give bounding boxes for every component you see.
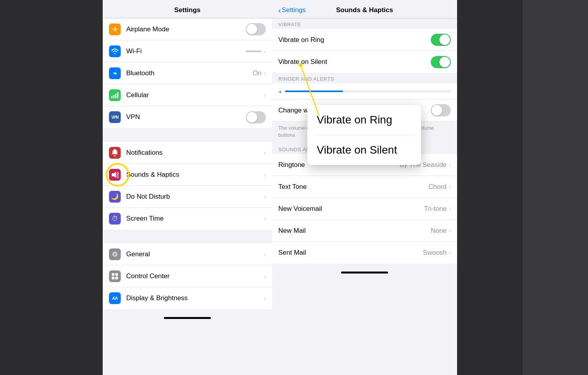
sounds-haptics-label: Sounds & Haptics (126, 171, 264, 179)
do-not-disturb-icon: 🌙 (109, 191, 121, 203)
vibrate-on-ring-label: Vibrate on Ring (278, 36, 431, 44)
sounds-patterns-group: Ringtone By The Seaside › Text Tone Chor… (272, 154, 457, 264)
volume-section: ◂ (272, 83, 457, 100)
popup-box: Vibrate on Ring Vibrate on Silent (307, 105, 421, 165)
notifications-icon (109, 147, 121, 159)
bottom-area (103, 309, 272, 322)
sounds-haptics-chevron: › (264, 172, 266, 178)
vibrate-section-label: VIBRATE (272, 18, 457, 29)
vibrate-on-ring-toggle[interactable] (431, 34, 451, 46)
settings-row-notifications[interactable]: Notifications › (103, 142, 272, 164)
sounds-bottom-area (272, 264, 457, 277)
control-center-chevron: › (264, 273, 266, 279)
svg-rect-7 (112, 277, 114, 279)
svg-rect-2 (115, 94, 116, 98)
vpn-icon: VPN (109, 111, 121, 123)
wifi-icon (109, 45, 121, 57)
screen-time-icon: ⏱ (109, 213, 121, 225)
settings-row-airplane-mode[interactable]: ✈ Airplane Mode (103, 18, 272, 40)
settings-row-bluetooth[interactable]: ⌁ Bluetooth On › (103, 62, 272, 84)
back-button[interactable]: ‹ Settings (278, 6, 306, 15)
control-center-label: Control Center (126, 272, 264, 280)
separator-1 (103, 128, 272, 142)
sent-mail-value: Swoosh (423, 249, 446, 257)
settings-group-display: ⚙ General › Control Center › (103, 243, 272, 309)
new-mail-label: New Mail (278, 227, 431, 235)
vibrate-on-ring-row[interactable]: Vibrate on Ring (272, 29, 457, 51)
volume-slider[interactable] (285, 91, 451, 92)
screen-time-chevron: › (264, 216, 266, 222)
new-voicemail-label: New Voicemail (278, 205, 424, 213)
settings-row-cellular[interactable]: Cellular › (103, 84, 272, 106)
popup-item-vibrate-ring: Vibrate on Ring (307, 105, 421, 135)
bluetooth-value: On (253, 69, 262, 77)
settings-panel: Settings ✈ Airplane Mode Wi-Fi (103, 0, 272, 375)
svg-rect-0 (111, 96, 113, 98)
bluetooth-chevron: › (264, 70, 266, 76)
settings-row-general[interactable]: ⚙ General › (103, 243, 272, 265)
sounds-list: VIBRATE Vibrate on Ring Vibrate on Silen… (272, 18, 457, 375)
general-label: General (126, 250, 264, 258)
wifi-status-bars (246, 51, 261, 52)
settings-header: Settings (103, 0, 272, 18)
svg-rect-3 (117, 92, 118, 98)
vpn-toggle[interactable] (246, 111, 266, 123)
settings-row-sounds-haptics[interactable]: Sounds & Haptics › (103, 164, 272, 186)
vibrate-on-silent-toggle[interactable] (431, 56, 451, 68)
new-mail-value: None (431, 227, 447, 235)
display-brightness-chevron: › (264, 295, 266, 301)
screen-time-label: Screen Time (126, 215, 264, 223)
new-voicemail-row[interactable]: New Voicemail Tri-tone › (272, 198, 457, 220)
settings-row-screen-time[interactable]: ⏱ Screen Time › (103, 208, 272, 230)
notifications-label: Notifications (126, 149, 264, 157)
ringer-section-label: RINGER AND ALERTS (272, 73, 457, 83)
change-with-buttons-toggle[interactable] (431, 104, 451, 116)
new-voicemail-chevron: › (449, 206, 451, 212)
left-dark-panel (0, 0, 103, 375)
sent-mail-row[interactable]: Sent Mail Swoosh › (272, 242, 457, 264)
general-icon: ⚙ (109, 248, 121, 260)
svg-rect-1 (113, 95, 114, 98)
bluetooth-label: Bluetooth (126, 69, 253, 77)
text-tone-chevron: › (449, 184, 451, 190)
volume-fill (285, 91, 343, 92)
settings-list: ✈ Airplane Mode Wi-Fi › (103, 18, 272, 375)
new-mail-chevron: › (449, 228, 451, 234)
text-tone-row[interactable]: Text Tone Chord › (272, 176, 457, 198)
new-mail-row[interactable]: New Mail None › (272, 220, 457, 242)
airplane-mode-label: Airplane Mode (126, 25, 246, 33)
vibrate-group: Vibrate on Ring Vibrate on Silent (272, 29, 457, 73)
right-dark-panel (457, 0, 523, 375)
airplane-mode-toggle[interactable] (246, 23, 266, 35)
settings-row-do-not-disturb[interactable]: 🌙 Do Not Disturb › (103, 186, 272, 208)
settings-title: Settings (174, 6, 200, 14)
settings-row-vpn[interactable]: VPN VPN (103, 106, 272, 128)
sounds-panel: ‹ Settings Sounds & Haptics VIBRATE Vibr… (272, 0, 457, 375)
home-indicator (164, 317, 211, 319)
settings-row-control-center[interactable]: Control Center › (103, 265, 272, 287)
bluetooth-icon: ⌁ (109, 67, 121, 79)
cellular-chevron: › (264, 92, 266, 98)
control-center-icon (109, 270, 121, 282)
wifi-chevron: › (264, 48, 266, 54)
airplane-icon: ✈ (109, 24, 121, 35)
svg-marker-4 (112, 172, 116, 178)
vpn-label: VPN (126, 113, 246, 121)
ringtone-chevron: › (449, 162, 451, 168)
do-not-disturb-chevron: › (264, 194, 266, 200)
popup-item-vibrate-silent: Vibrate on Silent (307, 135, 421, 165)
display-brightness-label: Display & Brightness (126, 294, 264, 302)
sent-mail-label: Sent Mail (278, 249, 423, 257)
text-tone-value: Chord (428, 183, 446, 191)
settings-row-wifi[interactable]: Wi-Fi › (103, 40, 272, 62)
display-brightness-icon: AA (109, 292, 121, 304)
do-not-disturb-label: Do Not Disturb (126, 193, 264, 201)
vibrate-on-silent-label: Vibrate on Silent (278, 58, 431, 66)
settings-row-display-brightness[interactable]: AA Display & Brightness › (103, 287, 272, 309)
general-chevron: › (264, 251, 266, 257)
text-tone-label: Text Tone (278, 183, 428, 191)
vibrate-on-silent-row[interactable]: Vibrate on Silent (272, 51, 457, 73)
new-voicemail-value: Tri-tone (424, 205, 446, 213)
volume-low-icon: ◂ (278, 88, 281, 94)
sounds-home-indicator (341, 272, 388, 274)
